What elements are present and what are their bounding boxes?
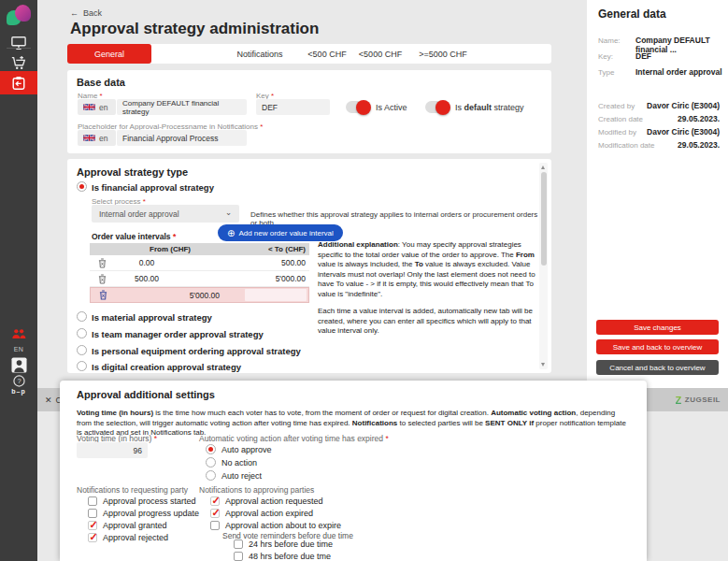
additional-settings-panel: Approval additional settings Voting time…	[60, 381, 647, 561]
approval-progress-update-option[interactable]: Approval progress update	[88, 509, 199, 518]
strategy-type-title: Approval strategy type	[77, 166, 188, 178]
is-default-toggle[interactable]	[425, 101, 450, 113]
checkbox-action-about-to-expire[interactable]	[210, 521, 220, 530]
checkbox-reminder-48h[interactable]	[234, 552, 243, 561]
tab-lt5000[interactable]: <5000 CHF	[351, 44, 409, 64]
radio-no-action[interactable]	[206, 457, 216, 468]
help-icon: ?	[13, 375, 25, 387]
scroll-up-icon[interactable]	[541, 165, 545, 169]
uk-flag-icon	[83, 103, 95, 111]
process-select[interactable]: Internal order approval ⌄	[92, 205, 239, 223]
interval-from: 0.00	[114, 258, 226, 267]
plus-circle-icon: ⊕	[227, 228, 235, 238]
gd-modificationdate-value: 29.05.2023.	[678, 140, 720, 150]
radio-auto-reject[interactable]	[206, 470, 216, 481]
language-indicator[interactable]: EN	[0, 346, 37, 352]
placeholder-input[interactable]: Financial Approval Process	[117, 130, 247, 146]
gd-key-value: DEF	[635, 51, 651, 61]
name-language-chip[interactable]: en	[78, 99, 116, 115]
auto-approve-option[interactable]: Auto approve	[206, 444, 272, 454]
save-changes-button[interactable]: Save changes	[596, 320, 719, 335]
general-data-panel: General data Name: Company DEFAULT finan…	[587, 0, 728, 390]
sidebar-item-approvals[interactable]	[0, 71, 37, 94]
checkbox-reminder-24h[interactable]	[234, 539, 243, 549]
scrollbar-thumb[interactable]	[541, 172, 547, 266]
approval-rejected-option[interactable]: Approval rejected	[88, 533, 168, 542]
intervals-table-header: From (CHF) < To (CHF)	[90, 243, 309, 255]
interval-row: 0.00 500.00	[90, 255, 309, 271]
additional-settings-title: Approval additional settings	[77, 389, 215, 400]
delete-interval-icon[interactable]	[90, 274, 114, 284]
clipboard-arrow-icon	[11, 76, 26, 91]
interval-to-input[interactable]	[245, 289, 307, 301]
delete-interval-icon[interactable]	[90, 258, 114, 268]
tab-notifications[interactable]: Notifications	[217, 44, 303, 64]
radio-auto-approve[interactable]	[206, 444, 216, 454]
base-data-title: Base data	[77, 77, 125, 88]
approval-granted-option[interactable]: Approval granted	[88, 521, 167, 530]
approving-parties-label: Notifications to approving parties	[199, 485, 314, 495]
checkbox-progress-update[interactable]	[88, 509, 97, 518]
uk-flag-icon	[83, 134, 95, 142]
placeholder-language-chip[interactable]: en	[78, 130, 116, 146]
tab-gte5000[interactable]: >=5000 CHF	[409, 44, 477, 64]
brand-logo: Z ZUGSEIL	[676, 395, 721, 406]
no-action-option[interactable]: No action	[206, 457, 257, 468]
name-input[interactable]: Company DEFAULT financial strategy	[117, 99, 247, 115]
checkbox-action-expired[interactable]	[210, 509, 220, 518]
gd-createdby-label: Created by	[598, 102, 635, 110]
gd-name-label: Name:	[598, 36, 621, 45]
base-data-card: Base data Name en Company DEFAULT financ…	[67, 70, 551, 153]
sidebar-item-help[interactable]: ?	[0, 373, 37, 388]
is-default-label: Is default strategy	[455, 103, 524, 112]
chevron-down-icon: ⌄	[225, 208, 232, 217]
gd-modifiedby-value: Davor Ciric (E3004)	[647, 127, 720, 137]
checkbox-approval-granted[interactable]	[88, 521, 97, 530]
gd-type-label: Type	[598, 68, 614, 77]
radio-material-strategy[interactable]	[77, 311, 87, 322]
reminder-24h-option[interactable]: 24 hrs before due time	[234, 539, 333, 549]
scroll-down-icon[interactable]	[541, 363, 545, 367]
interval-from-input[interactable]: 5'000.00	[115, 291, 227, 300]
add-interval-button[interactable]: ⊕ Add new order value interval	[218, 224, 343, 241]
sidebar-item-profile[interactable]	[0, 355, 37, 374]
voting-time-input[interactable]: 96	[77, 442, 148, 458]
sidebar-item-users[interactable]	[0, 325, 37, 342]
interval-to: 5'000.00	[226, 274, 309, 283]
avatar-icon	[11, 357, 27, 373]
back-link[interactable]: ← Back	[70, 8, 102, 18]
auto-reject-option[interactable]: Auto reject	[206, 470, 262, 481]
col-from: From (CHF)	[114, 245, 226, 253]
action-about-to-expire-option[interactable]: Approval action about to expire	[210, 521, 341, 530]
radio-financial-strategy[interactable]	[77, 181, 87, 192]
gd-type-value: Internal order approval	[635, 67, 722, 77]
intervals-table: From (CHF) < To (CHF) 0.00 500.00 500.00…	[90, 243, 309, 303]
tab-general[interactable]: General	[67, 44, 151, 64]
interval-row: 500.00 5'000.00	[90, 271, 309, 287]
action-expired-option[interactable]: Approval action expired	[210, 509, 313, 518]
tab-lt500[interactable]: <500 CHF	[303, 44, 351, 64]
save-back-button[interactable]: Save and back to overview	[596, 339, 719, 354]
radio-digital-creation-strategy[interactable]	[77, 361, 87, 371]
interval-row-editing: 5'000.00	[90, 287, 309, 303]
delete-interval-icon[interactable]	[91, 290, 115, 300]
card-scrollbar[interactable]	[539, 163, 548, 369]
action-requested-option[interactable]: Approval action requested	[210, 496, 323, 506]
key-input[interactable]: DEF	[256, 99, 330, 115]
gd-modifiedby-label: Modified by	[598, 128, 636, 137]
cancel-back-button[interactable]: Cancel and back to overview	[596, 360, 719, 375]
radio-personal-equipment-strategy[interactable]	[77, 345, 87, 355]
reminder-48h-option[interactable]: 48 hrs before due tme	[234, 552, 331, 561]
checkbox-action-requested[interactable]	[210, 496, 220, 506]
approval-process-started-option[interactable]: Approval process started	[88, 496, 196, 506]
interval-from: 500.00	[114, 274, 226, 283]
sidebar: EN ? b–p	[0, 0, 37, 561]
team-manager-strategy-label: Is team manager order approval strategy	[92, 329, 264, 339]
explanation-paragraph-1: Additional explanation: You may specify …	[318, 240, 538, 299]
radio-team-manager-strategy[interactable]	[77, 328, 87, 338]
checkbox-process-started[interactable]	[88, 496, 97, 506]
intervals-explanation: Additional explanation: You may specify …	[318, 240, 538, 337]
cart-plus-icon	[10, 55, 27, 71]
checkbox-approval-rejected[interactable]	[88, 533, 97, 542]
is-active-toggle[interactable]	[346, 101, 370, 113]
